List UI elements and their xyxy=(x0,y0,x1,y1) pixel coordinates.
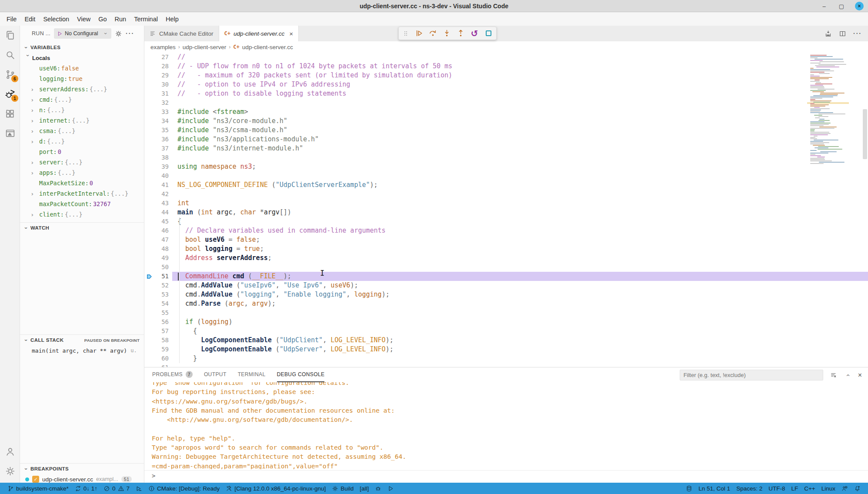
status-memory[interactable] xyxy=(683,483,695,494)
code-line-56[interactable]: 56 if (logging) xyxy=(144,317,868,327)
code-line-57[interactable]: 57 { xyxy=(144,327,868,336)
breakpoints-header[interactable]: › BREAKPOINTS xyxy=(20,464,144,474)
code-line-47[interactable]: 47 bool useV6 = false; xyxy=(144,235,868,244)
status-feedback[interactable] xyxy=(838,483,851,494)
breakpoint-margin[interactable] xyxy=(144,199,155,208)
gutter[interactable]: 42 xyxy=(144,190,172,199)
breakpoint-margin[interactable] xyxy=(144,363,155,367)
gutter[interactable]: 27 xyxy=(144,53,172,62)
status-cmake-status[interactable]: CMake: [Debug]: Ready xyxy=(145,483,223,494)
breakpoint-margin[interactable] xyxy=(144,208,155,217)
code-line-58[interactable]: 58 LogComponentEnable ("UdpClient", LOG_… xyxy=(144,336,868,345)
variables-section-header[interactable]: › VARIABLES xyxy=(20,42,144,53)
variable-row-server[interactable]: ›server: {...} xyxy=(20,157,144,167)
breakpoint-margin[interactable] xyxy=(144,153,155,162)
gutter[interactable]: 40 xyxy=(144,171,172,180)
status-os[interactable]: Linux xyxy=(818,483,838,494)
breakpoint-margin[interactable] xyxy=(144,281,155,290)
breakpoint-margin[interactable] xyxy=(144,263,155,272)
breakpoint-margin[interactable] xyxy=(144,144,155,153)
gutter[interactable]: 52 xyxy=(144,281,172,290)
activity-item-settings[interactable] xyxy=(0,461,20,481)
code-line-61[interactable]: 61 xyxy=(144,363,868,367)
status-cmake-kit[interactable]: [Clang 12.0.0 x86_64-pc-linux-gnu] xyxy=(223,483,329,494)
breakpoint-margin[interactable] xyxy=(144,71,155,80)
gutter[interactable]: 55 xyxy=(144,308,172,317)
variable-row-csma[interactable]: ›csma: {...} xyxy=(20,126,144,136)
breakpoint-margin[interactable] xyxy=(144,299,155,308)
activity-item-extensions[interactable] xyxy=(0,104,20,124)
breakpoint-margin[interactable] xyxy=(144,308,155,317)
tab-cmake-cache-editor[interactable]: CMake Cache Editor xyxy=(144,26,219,41)
gutter[interactable]: 59 xyxy=(144,345,172,354)
code-line-41[interactable]: 41NS_LOG_COMPONENT_DEFINE ("UdpClientSer… xyxy=(144,180,868,190)
gutter[interactable]: 54 xyxy=(144,299,172,308)
clear-console-icon[interactable] xyxy=(830,372,837,379)
variable-row-port[interactable]: port: 0 xyxy=(20,147,144,157)
status-sync-changes[interactable]: 0↓ 1↑ xyxy=(72,483,100,494)
close-button[interactable]: × xyxy=(855,2,864,10)
code-line-51[interactable]: 51 CommandLine cmd (__FILE__); xyxy=(144,272,868,281)
variable-row-Locals[interactable]: ›Locals xyxy=(20,53,144,63)
status-cmake-run[interactable] xyxy=(384,483,397,494)
code-line-55[interactable]: 55 xyxy=(144,308,868,317)
breadcrumb-item[interactable]: udp-client-server.cc xyxy=(242,44,293,50)
console-filter-input[interactable] xyxy=(680,370,823,381)
breakpoint-margin[interactable] xyxy=(144,235,155,244)
code-line-49[interactable]: 49 Address serverAddress; xyxy=(144,254,868,263)
code-line-52[interactable]: 52 cmd.AddValue ("useIpv6", "Use Ipv6", … xyxy=(144,281,868,290)
debug-run-icon[interactable] xyxy=(825,30,832,37)
breakpoint-margin[interactable] xyxy=(144,162,155,171)
close-icon[interactable]: × xyxy=(289,30,293,37)
gutter[interactable]: 31 xyxy=(144,89,172,98)
editor-scrollbar[interactable] xyxy=(863,109,867,159)
status-problems[interactable]: 07 xyxy=(100,483,133,494)
close-panel-icon[interactable]: × xyxy=(858,371,862,379)
variable-row-useV6[interactable]: useV6: false xyxy=(20,63,144,73)
gear-icon[interactable] xyxy=(115,30,122,37)
variable-row-apps[interactable]: ›apps: {...} xyxy=(20,167,144,178)
gutter[interactable]: 43 xyxy=(144,199,172,208)
gutter[interactable]: 34 xyxy=(144,117,172,126)
variable-row-internet[interactable]: ›internet: {...} xyxy=(20,115,144,126)
variable-row-serverAddress[interactable]: ›serverAddress: {...} xyxy=(20,84,144,94)
code-line-53[interactable]: 53 cmd.AddValue ("logging", "Enable logg… xyxy=(144,290,868,299)
code-line-54[interactable]: 54 cmd.Parse (argc, argv); xyxy=(144,299,868,308)
more-actions-icon[interactable]: ··· xyxy=(853,30,862,37)
breakpoint-margin[interactable] xyxy=(144,290,155,299)
menu-view[interactable]: View xyxy=(73,14,94,24)
step-over-button[interactable] xyxy=(428,29,437,38)
gutter[interactable]: 28 xyxy=(144,62,172,71)
gutter[interactable]: 57 xyxy=(144,327,172,336)
panel-tab-problems[interactable]: PROBLEMS7 xyxy=(152,367,193,382)
menu-help[interactable]: Help xyxy=(162,14,183,24)
gutter[interactable]: 29 xyxy=(144,71,172,80)
step-into-button[interactable] xyxy=(442,29,451,38)
code-line-36[interactable]: 36#include "ns3/applications-module.h" xyxy=(144,135,868,144)
code-line-30[interactable]: 30// - option to use IPv4 or IPv6 addres… xyxy=(144,80,868,89)
code-line-42[interactable]: 42 xyxy=(144,190,868,199)
status-eol[interactable]: LF xyxy=(788,483,801,494)
minimap[interactable] xyxy=(807,53,849,167)
gutter[interactable]: 41 xyxy=(144,180,172,190)
status-encoding[interactable]: UTF-8 xyxy=(765,483,788,494)
code-line-33[interactable]: 33#include <fstream> xyxy=(144,107,868,117)
code-line-39[interactable]: 39using namespace ns3; xyxy=(144,162,868,171)
code-line-45[interactable]: 45{ xyxy=(144,217,868,226)
breakpoint-margin[interactable] xyxy=(144,89,155,98)
code-line-50[interactable]: 50 xyxy=(144,263,868,272)
gutter[interactable]: 32 xyxy=(144,98,172,107)
variable-row-MaxPacketSize[interactable]: MaxPacketSize: 0 xyxy=(20,178,144,188)
gutter[interactable]: 50 xyxy=(144,263,172,272)
code-line-35[interactable]: 35#include "ns3/csma-module.h" xyxy=(144,126,868,135)
breakpoint-margin[interactable] xyxy=(144,317,155,327)
tab-udp-client-server-cc[interactable]: C+udp-client-server.cc× xyxy=(219,26,299,41)
gutter[interactable]: 47 xyxy=(144,235,172,244)
status-indentation[interactable]: Spaces: 2 xyxy=(733,483,765,494)
debug-configuration-dropdown[interactable]: No Configural › xyxy=(54,28,111,39)
code-line-27[interactable]: 27// xyxy=(144,53,868,62)
variable-row-interPacketInterval[interactable]: ›interPacketInterval: {...} xyxy=(20,188,144,199)
breakpoint-margin[interactable] xyxy=(144,226,155,235)
gutter[interactable]: 53 xyxy=(144,290,172,299)
gutter[interactable]: 38 xyxy=(144,153,172,162)
